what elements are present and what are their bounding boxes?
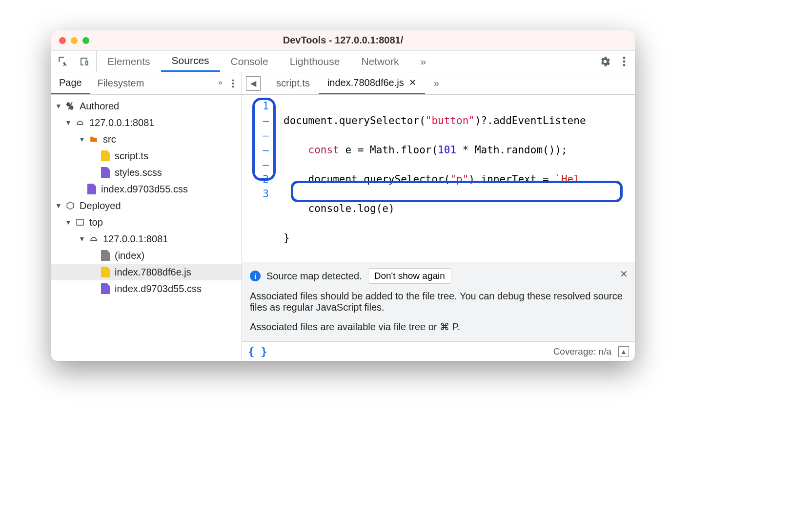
info-title: Source map detected.: [266, 271, 362, 282]
tree-label: top: [89, 217, 103, 228]
tree-label: index.d9703d55.css: [115, 283, 202, 295]
info-bar: ✕ i Source map detected. Don't show agai…: [242, 262, 635, 341]
editor-panel: ◀ script.ts index.7808df6e.js ✕ » 1 – – …: [242, 72, 635, 361]
window-title: DevTools - 127.0.0.1:8081/: [51, 35, 635, 46]
sidebar-tab-overflow-icon[interactable]: »: [218, 78, 223, 89]
titlebar: DevTools - 127.0.0.1:8081/: [51, 30, 635, 51]
editor-tab-index-js[interactable]: index.7808df6e.js ✕: [319, 72, 425, 94]
svg-point-2: [623, 64, 626, 66]
tree-label: 127.0.0.1:8081: [103, 233, 168, 245]
close-tab-icon[interactable]: ✕: [409, 77, 416, 88]
tab-elements[interactable]: Elements: [97, 51, 161, 72]
svg-point-4: [232, 82, 234, 84]
info-icon: i: [250, 271, 261, 281]
code-highlight: [291, 181, 623, 202]
info-body-1: Associated files should be added to the …: [250, 291, 627, 313]
tree-file-index-js[interactable]: index.7808df6e.js: [51, 264, 242, 280]
settings-icon[interactable]: [599, 55, 611, 68]
tree-folder-src[interactable]: ▼ src: [51, 131, 242, 148]
sources-sidebar: Page Filesystem » ▼ Authored ▼ 127.0.0.1…: [51, 72, 242, 361]
tree-host-deployed[interactable]: ▼ 127.0.0.1:8081: [51, 231, 242, 247]
sidebar-kebab-icon[interactable]: [231, 78, 235, 89]
devtools-window: DevTools - 127.0.0.1:8081/ Elements Sour…: [51, 30, 635, 361]
coverage-label: Coverage: n/a: [553, 346, 611, 357]
code-content[interactable]: document.querySelector("button")?.addEve…: [284, 95, 586, 262]
tree-label: 127.0.0.1:8081: [89, 117, 154, 128]
tree-label: script.ts: [115, 150, 148, 162]
tree-deployed[interactable]: ▼ Deployed: [51, 197, 242, 214]
status-bar: { } Coverage: n/a ▲: [242, 341, 635, 361]
tab-console[interactable]: Console: [220, 51, 279, 72]
tree-file-index-css-auth[interactable]: index.d9703d55.css: [51, 181, 242, 197]
svg-point-5: [232, 85, 234, 87]
device-toolbar-icon[interactable]: [79, 55, 90, 68]
tree-label: Deployed: [80, 200, 121, 211]
tree-label: index.7808df6e.js: [115, 267, 191, 278]
kebab-menu-icon[interactable]: [622, 55, 626, 68]
tree-file-index-css-dep[interactable]: index.d9703d55.css: [51, 280, 242, 297]
code-editor[interactable]: 1 – – – – 2 3 document.querySelector("bu…: [242, 95, 635, 262]
editor-tab-label: index.7808df6e.js: [327, 77, 404, 88]
show-console-drawer-icon[interactable]: ▲: [618, 346, 629, 357]
editor-tab-overflow[interactable]: »: [425, 72, 448, 94]
svg-point-3: [232, 79, 234, 81]
svg-point-0: [623, 56, 626, 59]
tree-label: (index): [115, 250, 144, 261]
tree-label: src: [103, 134, 116, 145]
tab-overflow[interactable]: »: [409, 51, 437, 72]
tree-label: Authored: [80, 101, 119, 112]
tab-sources[interactable]: Sources: [161, 51, 220, 72]
sidebar-tab-filesystem[interactable]: Filesystem: [90, 72, 152, 94]
info-close-icon[interactable]: ✕: [620, 268, 628, 280]
tree-host-authored[interactable]: ▼ 127.0.0.1:8081: [51, 114, 242, 131]
editor-tabstrip: ◀ script.ts index.7808df6e.js ✕ »: [242, 72, 635, 95]
tree-authored[interactable]: ▼ Authored: [51, 98, 242, 114]
editor-tab-label: script.ts: [276, 78, 310, 89]
tree-label: styles.scss: [115, 167, 162, 178]
line-gutter[interactable]: 1 – – – – 2 3: [242, 95, 284, 262]
tree-file-script-ts[interactable]: script.ts: [51, 148, 242, 164]
file-tree: ▼ Authored ▼ 127.0.0.1:8081 ▼ src script…: [51, 95, 242, 361]
dont-show-again-button[interactable]: Don't show again: [368, 268, 451, 284]
svg-point-1: [623, 60, 626, 63]
tree-file-index-html[interactable]: (index): [51, 247, 242, 264]
inspect-element-icon[interactable]: [57, 55, 70, 68]
pretty-print-icon[interactable]: { }: [248, 345, 267, 358]
tree-top[interactable]: ▼ top: [51, 214, 242, 231]
tab-lighthouse[interactable]: Lighthouse: [279, 51, 351, 72]
sidebar-tab-page[interactable]: Page: [51, 72, 90, 94]
editor-tab-script-ts[interactable]: script.ts: [267, 72, 319, 94]
tree-label: index.d9703d55.css: [101, 184, 188, 195]
info-body-2: Associated files are available via file …: [250, 321, 627, 333]
panel-tabstrip: Elements Sources Console Lighthouse Netw…: [51, 51, 635, 72]
gutter-highlight: [252, 98, 276, 181]
nav-back-button[interactable]: ◀: [246, 76, 261, 91]
tree-file-styles-scss[interactable]: styles.scss: [51, 164, 242, 181]
svg-rect-6: [77, 219, 83, 225]
tab-network[interactable]: Network: [350, 51, 409, 72]
